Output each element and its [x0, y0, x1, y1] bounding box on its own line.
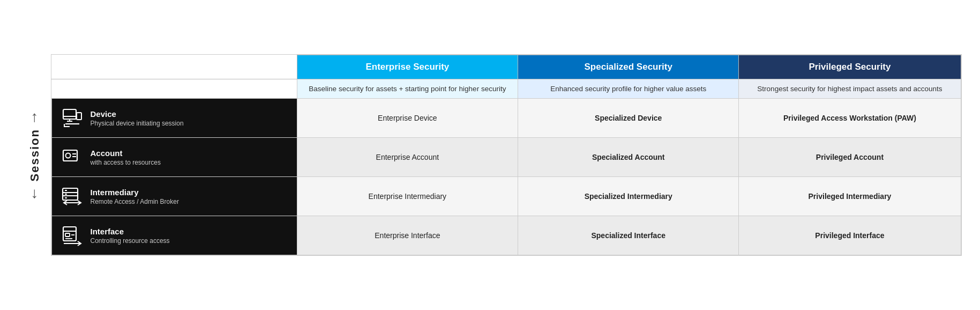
th-specialized: Specialized Security: [518, 55, 739, 79]
row-header-intermediary: Intermediary Remote Access / Admin Broke…: [51, 177, 297, 216]
row-header-interface: Interface Controlling resource access: [51, 216, 297, 255]
td-privileged-subtitle: Strongest security for highest impact as…: [739, 79, 961, 99]
account-icon: [61, 145, 84, 169]
enterprise-device: Enterprise Device: [297, 99, 518, 138]
row-header-account: Account with access to resources: [51, 138, 297, 177]
arrow-down-icon: ↓: [31, 186, 39, 201]
td-empty-sub: [51, 79, 297, 99]
svg-rect-21: [65, 233, 70, 237]
svg-rect-4: [77, 113, 81, 120]
privileged-interface: Privileged Interface: [739, 216, 961, 255]
table-row: Intermediary Remote Access / Admin Broke…: [51, 177, 961, 216]
table-row: Device Physical device initiating sessio…: [51, 99, 961, 138]
header-row: Enterprise Security Specialized Security…: [51, 55, 961, 79]
enterprise-account: Enterprise Account: [297, 138, 518, 177]
specialized-intermediary: Specialized Intermediary: [518, 177, 739, 216]
device-icon: [61, 106, 84, 130]
interface-icon: [61, 224, 84, 247]
row-header-device: Device Physical device initiating sessio…: [51, 99, 297, 138]
td-specialized-subtitle: Enhanced security profile for higher val…: [518, 79, 739, 99]
th-privileged: Privileged Security: [739, 55, 961, 79]
subtitle-row: Baseline security for assets + starting …: [51, 79, 961, 99]
main-table-wrapper: Enterprise Security Specialized Security…: [51, 54, 962, 256]
intermediary-icon: [61, 184, 84, 208]
arrow-up-icon: ↑: [31, 109, 39, 124]
outer-wrapper: ↑ Session ↓ Enterprise Security Sp: [19, 54, 962, 256]
specialized-account: Specialized Account: [518, 138, 739, 177]
privileged-device: Privileged Access Workstation (PAW): [739, 99, 961, 138]
enterprise-interface: Enterprise Interface: [297, 216, 518, 255]
specialized-interface: Specialized Interface: [518, 216, 739, 255]
specialized-device: Specialized Device: [518, 99, 739, 138]
th-enterprise: Enterprise Security: [297, 55, 518, 79]
td-enterprise-subtitle: Baseline security for assets + starting …: [297, 79, 518, 99]
svg-rect-0: [63, 109, 76, 119]
svg-point-8: [65, 153, 70, 158]
enterprise-intermediary: Enterprise Intermediary: [297, 177, 518, 216]
privileged-intermediary: Privileged Intermediary: [739, 177, 961, 216]
session-col: ↑ Session ↓: [19, 54, 51, 256]
table-row: Interface Controlling resource access En…: [51, 216, 961, 255]
th-empty: [51, 55, 297, 79]
privileged-account: Privileged Account: [739, 138, 961, 177]
table-row: Account with access to resources Enterpr…: [51, 138, 961, 177]
session-label: Session: [28, 129, 42, 181]
main-table: Enterprise Security Specialized Security…: [51, 55, 961, 255]
